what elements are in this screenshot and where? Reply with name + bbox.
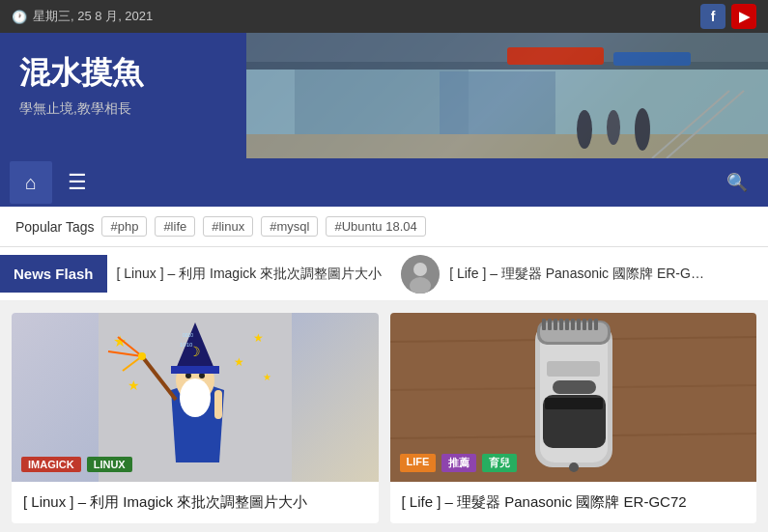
home-button[interactable]: ⌂ bbox=[10, 161, 52, 204]
menu-icon: ☰ bbox=[68, 170, 87, 195]
svg-text:★: ★ bbox=[128, 378, 140, 393]
clock-icon: 🕐 bbox=[12, 10, 27, 24]
search-icon: 🔍 bbox=[726, 172, 748, 193]
svg-rect-11 bbox=[613, 52, 691, 66]
svg-rect-49 bbox=[542, 319, 546, 330]
article-1-body: [ Linux ] – 利用 Imagick 來批次調整圖片大小 bbox=[12, 482, 379, 523]
news-flash-item-1[interactable]: [ Linux ] – 利用 Imagick 來批次調整圖片大小 bbox=[117, 266, 383, 283]
news-flash-text-2: [ Life ] – 理髮器 Panasonic 國際牌 ER-G… bbox=[449, 266, 704, 283]
svg-rect-46 bbox=[545, 398, 603, 409]
menu-button[interactable]: ☰ bbox=[56, 161, 99, 204]
svg-rect-59 bbox=[553, 380, 596, 394]
svg-rect-53 bbox=[565, 319, 569, 330]
news-flash-item-2[interactable]: [ Life ] – 理髮器 Panasonic 國際牌 ER-G… bbox=[401, 255, 704, 294]
svg-point-37 bbox=[138, 352, 146, 360]
news-flash-label: News Flash bbox=[0, 255, 107, 293]
tag-linux[interactable]: #linux bbox=[203, 216, 253, 237]
site-subtitle: 學無止境,教學相長 bbox=[19, 100, 143, 118]
tag-linux-article: LINUX bbox=[87, 457, 132, 472]
popular-tags-bar: Popular Tags #php #life #linux #mysql #U… bbox=[0, 207, 768, 247]
youtube-button[interactable]: ▶ bbox=[731, 4, 756, 29]
article-1-tag-row: IMAGICK LINUX bbox=[21, 457, 132, 472]
svg-point-15 bbox=[413, 263, 427, 276]
svg-rect-55 bbox=[577, 319, 581, 330]
tag-life[interactable]: #life bbox=[155, 216, 195, 237]
news-flash-text-1: [ Linux ] – 利用 Imagick 來批次調整圖片大小 bbox=[117, 266, 383, 283]
facebook-button[interactable]: f bbox=[700, 4, 725, 29]
datetime-text: 星期三, 25 8 月, 2021 bbox=[33, 8, 153, 25]
article-card-1[interactable]: ★ ★ ★ ★ ★ bbox=[12, 313, 379, 523]
header-text: 混水摸魚 學無止境,教學相長 bbox=[0, 33, 162, 158]
svg-rect-38 bbox=[214, 390, 222, 419]
article-card-2[interactable]: LIFE 推薦 育兒 [ Life ] – 理髮器 Panasonic 國際牌 … bbox=[390, 313, 757, 523]
site-title: 混水摸魚 bbox=[19, 52, 143, 95]
top-bar-left: 🕐 星期三, 25 8 月, 2021 bbox=[12, 8, 153, 25]
svg-point-8 bbox=[607, 110, 620, 145]
tag-imagick: IMAGICK bbox=[21, 457, 81, 472]
svg-point-28 bbox=[180, 378, 211, 417]
header-scene-svg bbox=[246, 33, 768, 158]
header-image bbox=[246, 33, 768, 158]
article-img-1: ★ ★ ★ ★ ★ bbox=[12, 313, 379, 482]
thumb-svg bbox=[401, 255, 440, 294]
svg-text:0010: 0010 bbox=[183, 332, 193, 338]
tag-mysql[interactable]: #mysql bbox=[261, 216, 318, 237]
svg-text:★: ★ bbox=[234, 355, 244, 369]
top-bar-right: f ▶ bbox=[700, 4, 756, 29]
nav-bar: ⌂ ☰ 🔍 bbox=[0, 158, 768, 207]
article-2-tag-row: LIFE 推薦 育兒 bbox=[400, 454, 518, 472]
article-grid: ★ ★ ★ ★ ★ bbox=[0, 301, 768, 532]
top-bar: 🕐 星期三, 25 8 月, 2021 f ▶ bbox=[0, 0, 768, 33]
article-2-title: [ Life ] – 理髮器 Panasonic 國際牌 ER-GC72 bbox=[402, 491, 746, 512]
news-flash-thumb-2 bbox=[401, 255, 440, 294]
svg-rect-50 bbox=[548, 319, 552, 330]
svg-rect-32 bbox=[171, 366, 219, 374]
svg-rect-54 bbox=[571, 319, 575, 330]
home-icon: ⌂ bbox=[25, 172, 37, 194]
svg-rect-52 bbox=[559, 319, 563, 330]
svg-rect-60 bbox=[547, 361, 600, 377]
svg-rect-10 bbox=[507, 47, 604, 65]
tag-php[interactable]: #php bbox=[101, 216, 147, 237]
svg-rect-56 bbox=[583, 319, 586, 330]
svg-point-7 bbox=[577, 110, 592, 149]
search-button[interactable]: 🔍 bbox=[716, 161, 758, 204]
svg-point-9 bbox=[635, 108, 650, 151]
tag-ubuntu[interactable]: #Ubuntu 18.04 bbox=[326, 216, 425, 237]
svg-rect-58 bbox=[594, 319, 598, 330]
news-flash-content: [ Linux ] – 利用 Imagick 來批次調整圖片大小 [ Life … bbox=[117, 255, 768, 294]
svg-text:1010: 1010 bbox=[180, 342, 193, 348]
article-1-title: [ Linux ] – 利用 Imagick 來批次調整圖片大小 bbox=[23, 491, 367, 512]
site-header: 混水摸魚 學無止境,教學相長 bbox=[0, 33, 768, 158]
popular-tags-label: Popular Tags bbox=[15, 219, 94, 235]
tag-parenting-article: 育兒 bbox=[482, 454, 517, 472]
tag-life-article: LIFE bbox=[400, 454, 437, 472]
svg-rect-57 bbox=[588, 319, 592, 330]
svg-point-61 bbox=[569, 462, 579, 472]
svg-text:★: ★ bbox=[253, 331, 264, 345]
tag-recommend-article: 推薦 bbox=[441, 454, 476, 472]
article-2-body: [ Life ] – 理髮器 Panasonic 國際牌 ER-GC72 bbox=[390, 482, 757, 523]
svg-rect-51 bbox=[554, 319, 557, 330]
article-img-2: LIFE 推薦 育兒 bbox=[390, 313, 757, 482]
news-flash-bar: News Flash [ Linux ] – 利用 Imagick 來批次調整圖… bbox=[0, 247, 768, 301]
svg-text:★: ★ bbox=[263, 372, 271, 382]
